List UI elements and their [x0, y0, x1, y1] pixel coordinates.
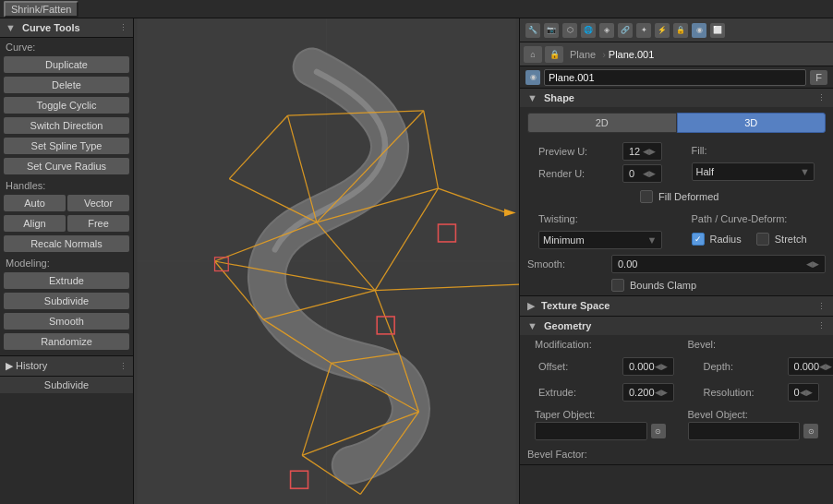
material-icon[interactable]: ⬜: [710, 23, 725, 38]
breadcrumb-child[interactable]: Plane.001: [609, 49, 655, 60]
geometry-section-header[interactable]: ▼ Geometry ⋮: [520, 317, 833, 335]
shape-section-header[interactable]: ▼ Shape ⋮: [520, 89, 833, 107]
stretch-label: Stretch: [775, 234, 807, 245]
bevel-factor-label: Bevel Factor:: [527, 449, 606, 460]
curve-tools-header[interactable]: ▼ Curve Tools ⋮: [0, 18, 133, 38]
nav-home-icon[interactable]: ⌂: [524, 46, 542, 63]
preview-u-label: Preview U:: [538, 146, 617, 157]
curve-data-icon[interactable]: ◉: [525, 70, 540, 85]
history-label: History: [16, 360, 47, 371]
viewport[interactable]: [134, 18, 519, 504]
curve-tools-title: Curve Tools: [22, 22, 80, 33]
curve-tools-menu[interactable]: ⋮: [119, 23, 127, 32]
texture-space-section: ▶ Texture Space ⋮: [520, 296, 833, 317]
fill-deformed-checkbox[interactable]: [640, 190, 653, 203]
free-handle-button[interactable]: Free: [67, 215, 129, 232]
geo-tri: ▼: [527, 320, 537, 331]
texture-title: Texture Space: [541, 300, 610, 311]
taper-picker-icon[interactable]: ⊙: [651, 424, 666, 438]
curve-sublabel: Curve:: [0, 38, 133, 54]
depth-label: Depth:: [704, 361, 782, 372]
render-u-label: Render U:: [538, 168, 617, 179]
modifiers-icon[interactable]: 🔗: [618, 23, 633, 38]
delete-button[interactable]: Delete: [4, 77, 129, 93]
geo-resolution-field[interactable]: 0 ◀▶: [788, 383, 819, 402]
randomize-button[interactable]: Randomize: [4, 333, 129, 350]
history-arrow: ▶: [6, 360, 13, 371]
fill-label-row: Fill:: [684, 140, 823, 161]
viewport-svg: [134, 18, 519, 504]
fake-user-button[interactable]: F: [810, 70, 827, 85]
data-icon[interactable]: ◉: [692, 23, 706, 38]
geo-title: Geometry: [544, 320, 591, 331]
extrude-button[interactable]: Extrude: [4, 272, 129, 289]
path-curve-deform-label-row: Path / Curve-Deform:: [684, 209, 823, 229]
radius-checkbox[interactable]: [692, 233, 705, 246]
constraints-icon[interactable]: 🔒: [673, 23, 688, 38]
subdivide-button[interactable]: Subdivide: [4, 293, 129, 309]
breadcrumb-root[interactable]: Plane: [566, 49, 599, 60]
mod-bevel-label-row: Modification: Bevel:: [520, 335, 833, 354]
duplicate-button[interactable]: Duplicate: [4, 56, 129, 73]
object-name-input[interactable]: [544, 69, 806, 86]
twisting-label-row: Twisting:: [531, 209, 670, 229]
depth-field[interactable]: 0.000 ◀▶: [788, 357, 833, 376]
fill-deformed-label: Fill Deformed: [658, 191, 718, 202]
texture-space-header[interactable]: ▶ Texture Space ⋮: [520, 296, 833, 316]
path-curve-label: Path / Curve-Deform:: [692, 213, 788, 224]
auto-handle-button[interactable]: Auto: [4, 195, 66, 211]
world-icon[interactable]: 🌐: [581, 23, 596, 38]
shape-2d3d-row: 2D 3D: [520, 107, 833, 138]
render-icon[interactable]: 📷: [544, 23, 559, 38]
output-icon[interactable]: ⬡: [562, 23, 577, 38]
switch-direction-button[interactable]: Switch Direction: [4, 117, 129, 134]
lock-icon[interactable]: 🔒: [545, 46, 563, 63]
shape-2d-button[interactable]: 2D: [527, 113, 677, 133]
object-icon[interactable]: ◈: [599, 23, 614, 38]
handle-row-2: Align Free: [0, 213, 133, 234]
bevel-object-field[interactable]: [688, 422, 801, 440]
preview-u-row: Preview U: 12 ◀▶: [531, 140, 670, 162]
geo-resolution-label: Resolution:: [704, 387, 782, 398]
texture-menu[interactable]: ⋮: [817, 302, 826, 311]
set-curve-radius-button[interactable]: Set Curve Radius: [4, 158, 129, 174]
stretch-checkbox[interactable]: [756, 233, 769, 246]
bevel-picker-icon[interactable]: ⊙: [803, 424, 818, 438]
fill-dropdown-row: Half ▼: [684, 161, 823, 183]
subdivide-tab[interactable]: Subdivide: [0, 376, 133, 393]
shape-menu[interactable]: ⋮: [817, 93, 826, 102]
camera-icon[interactable]: 🔧: [525, 23, 540, 38]
smooth-field[interactable]: 0.00 ◀▶: [611, 255, 826, 273]
set-spline-type-button[interactable]: Set Spline Type: [4, 138, 129, 154]
right-top-bar: 🔧 📷 ⬡ 🌐 ◈ 🔗 ✦ ⚡ 🔒 ◉ ⬜: [520, 18, 833, 42]
twisting-path-row: Twisting: Minimum ▼ Path / Curve-Deform:: [520, 207, 833, 253]
vector-handle-button[interactable]: Vector: [67, 195, 129, 211]
top-bar: Shrink/Fatten: [0, 0, 833, 18]
bevel-label: Bevel:: [688, 339, 717, 350]
geo-menu[interactable]: ⋮: [817, 321, 826, 330]
preview-u-field[interactable]: 12 ◀▶: [622, 142, 662, 161]
shape-3d-button[interactable]: 3D: [677, 113, 827, 133]
taper-object-field[interactable]: [535, 422, 647, 440]
recalc-normals-button[interactable]: Recalc Normals: [4, 235, 129, 252]
handle-row-1: Auto Vector: [0, 193, 133, 213]
extrude-label: Extrude:: [538, 387, 617, 398]
twisting-value-row: Minimum ▼: [531, 229, 670, 251]
toggle-cyclic-button[interactable]: Toggle Cyclic: [4, 97, 129, 114]
history-menu[interactable]: ⋮: [119, 362, 127, 371]
right-panel: 🔧 📷 ⬡ 🌐 ◈ 🔗 ✦ ⚡ 🔒 ◉ ⬜ ⌂ 🔒 Plane › Plane.…: [519, 18, 833, 504]
left-panel: ▼ Curve Tools ⋮ Curve: Duplicate Delete …: [0, 18, 134, 504]
twisting-dropdown[interactable]: Minimum ▼: [538, 231, 662, 249]
physics-icon[interactable]: ⚡: [655, 23, 670, 38]
particles-icon[interactable]: ✦: [636, 23, 651, 38]
align-handle-button[interactable]: Align: [4, 215, 66, 232]
history-header[interactable]: ▶ History ⋮: [0, 355, 133, 376]
shrink-fatten-button[interactable]: Shrink/Fatten: [4, 1, 78, 18]
bounds-clamp-checkbox[interactable]: [611, 279, 624, 292]
offset-field[interactable]: 0.000 ◀▶: [622, 357, 674, 376]
smooth-button[interactable]: Smooth: [4, 313, 129, 330]
extrude-field[interactable]: 0.200 ◀▶: [622, 383, 674, 402]
render-u-field[interactable]: 0 ◀▶: [622, 164, 662, 183]
fill-dropdown[interactable]: Half ▼: [692, 162, 815, 181]
render-u-row: Render U: 0 ◀▶: [531, 162, 670, 185]
